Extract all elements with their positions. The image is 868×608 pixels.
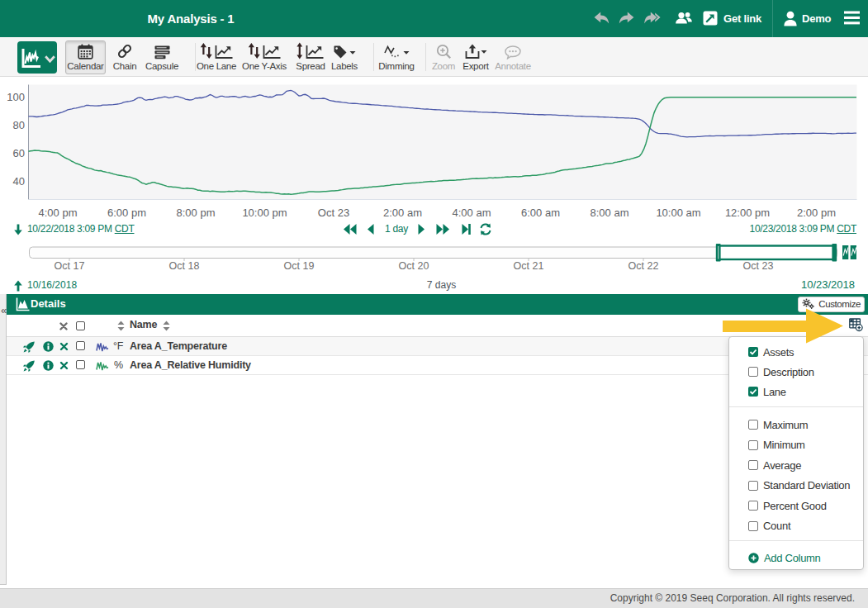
svg-text:Oct 20: Oct 20 [399, 260, 429, 272]
svg-text:6:00 am: 6:00 am [521, 207, 560, 219]
svg-text:6:00 pm: 6:00 pm [107, 207, 146, 219]
svg-text:8:00 pm: 8:00 pm [177, 207, 216, 219]
svg-text:Oct 23: Oct 23 [743, 260, 774, 272]
svg-text:Oct 19: Oct 19 [284, 260, 315, 272]
svg-text:Oct 23: Oct 23 [318, 207, 349, 219]
svg-text:100: 100 [7, 91, 25, 103]
svg-text:Oct 17: Oct 17 [55, 260, 85, 272]
svg-text:8:00 am: 8:00 am [591, 207, 629, 219]
svg-text:2:00 am: 2:00 am [383, 207, 422, 219]
svg-text:40: 40 [13, 175, 25, 188]
svg-text:10:00 am: 10:00 am [656, 207, 700, 219]
svg-text:4:00 pm: 4:00 pm [39, 207, 78, 219]
svg-text:2:00 pm: 2:00 pm [797, 207, 836, 219]
svg-text:60: 60 [13, 147, 25, 159]
svg-text:Oct 21: Oct 21 [514, 260, 544, 272]
svg-text:Oct 18: Oct 18 [169, 260, 200, 272]
svg-text:80: 80 [13, 119, 25, 131]
svg-text:4:00 am: 4:00 am [453, 207, 491, 219]
svg-text:Oct 22: Oct 22 [628, 260, 659, 272]
svg-text:12:00 pm: 12:00 pm [725, 207, 770, 219]
svg-text:10:00 pm: 10:00 pm [242, 207, 287, 219]
